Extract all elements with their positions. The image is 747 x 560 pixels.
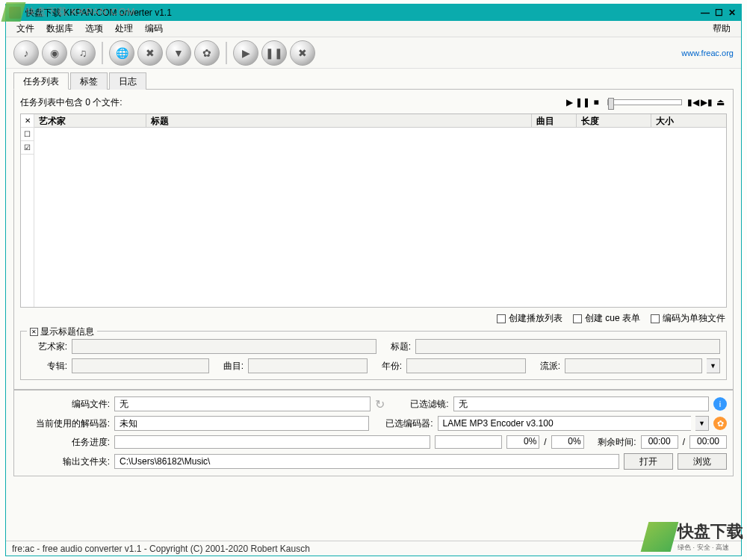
year-input[interactable] [406,358,526,373]
toolbar-separator [226,42,227,64]
encode-file-value: 无 [114,396,371,411]
output-folder-input[interactable] [114,454,619,469]
filter-button[interactable]: ▼ [166,40,191,66]
encoder-select[interactable]: LAME MP3 Encoder v3.100 [438,416,692,431]
encode-file-label: 编码文件: [20,398,110,411]
joblist-panel: 任务列表中包含 0 个文件: ▶ ❚❚ ■ ▮◀ ▶▮ ⏏ ✕ ☐ ☑ 艺术家 [13,90,734,390]
time-2: 00:00 [689,435,727,449]
menu-help[interactable]: 帮助 [707,21,737,37]
menu-database[interactable]: 数据库 [40,21,79,37]
watermark-logo-icon [641,522,679,552]
menu-encode[interactable]: 编码 [139,21,169,37]
col-artist[interactable]: 艺术家 [34,114,146,127]
decoder-label: 当前使用的解码器: [20,417,110,430]
add-cd-button[interactable]: ◉ [42,40,67,66]
watermark-bottom-right: 快盘下载 绿色 · 安全 · 高速 [645,520,743,553]
col-length[interactable]: 长度 [577,114,651,127]
tab-log[interactable]: 日志 [109,72,146,90]
artist-label: 艺术家: [27,340,67,353]
stop-button[interactable]: ✖ [290,40,315,66]
create-cue-checkbox[interactable]: 创建 cue 表单 [573,312,640,325]
add-files-button[interactable]: ♪ [13,40,39,66]
table-body-empty[interactable] [34,128,726,307]
time-1: 00:00 [641,435,678,449]
tab-strip: 任务列表 标签 日志 [13,72,734,90]
config-button[interactable]: ✿ [194,40,220,66]
content-area: 任务列表 标签 日志 任务列表中包含 0 个文件: ▶ ❚❚ ■ ▮◀ ▶▮ ⏏… [6,69,741,541]
album-input[interactable] [72,358,209,373]
encoder-panel: 编码文件: 无 ↻ 已选滤镜: 无 i 当前使用的解码器: 未知 已选编码器: … [13,390,734,476]
percent-1: 0% [506,435,539,449]
percent-2: 0% [551,435,584,449]
watermark-text: 快盘下载 KKPAN.COM [26,5,136,19]
toolbar-separator [102,42,103,64]
watermark-top-left: 快盘下载 KKPAN.COM [4,2,136,22]
menu-options[interactable]: 选项 [79,21,109,37]
play-button[interactable]: ▶ [233,40,258,66]
pause-button[interactable]: ❚❚ [261,40,287,66]
remove-all-icon[interactable]: ✕ [21,114,34,128]
tab-tags[interactable]: 标签 [70,72,108,90]
decoder-value: 未知 [114,416,369,431]
track-label: 曲目: [214,360,244,373]
uncheck-all-icon[interactable]: ☐ [21,128,34,141]
repeat-icon[interactable]: ↻ [375,397,385,411]
progress-label: 任务进度: [20,436,110,449]
table-check-column: ✕ ☐ ☑ [21,114,34,307]
title-label: 标题: [381,340,411,353]
joblist-count-label: 任务列表中包含 0 个文件: [20,96,562,109]
menu-file[interactable]: 文件 [10,21,40,37]
mini-play-icon[interactable]: ▶ [564,97,574,108]
encode-single-checkbox[interactable]: 编码为单独文件 [651,312,725,325]
filters-label: 已选滤镜: [389,398,449,411]
statusbar: fre:ac - free audio converter v1.1 - Cop… [6,541,741,556]
artist-input[interactable] [72,339,376,354]
watermark-main-text: 快盘下载 [678,520,743,543]
info-icon[interactable]: i [713,397,727,411]
browse-button[interactable]: 浏览 [678,453,727,470]
joblist-table: ✕ ☐ ☑ 艺术家 标题 曲目 长度 大小 [20,113,727,308]
menubar: 文件 数据库 选项 处理 编码 帮助 [6,21,741,37]
encoder-label: 已选编码器: [374,417,433,430]
maximize-button[interactable]: ☐ [713,7,725,18]
open-button[interactable]: 打开 [624,453,673,470]
watermark-logo-icon [1,2,26,22]
genre-label: 流派: [530,360,560,373]
close-button[interactable]: ✕ [726,7,738,18]
options-row: 创建播放列表 创建 cue 表单 编码为单独文件 [20,308,727,329]
mini-pause-icon[interactable]: ❚❚ [577,97,588,108]
year-label: 年份: [372,360,402,373]
main-window: 快盘下载 KKPAN.COM onverter v1.1 — ☐ ✕ 文件 数据… [5,4,742,556]
col-title[interactable]: 标题 [146,114,532,127]
encoder-dropdown-arrow[interactable]: ▼ [695,416,709,431]
minimize-button[interactable]: — [699,7,711,18]
tab-joblist[interactable]: 任务列表 [13,72,69,90]
col-size[interactable]: 大小 [651,114,726,127]
check-all-icon[interactable]: ☑ [21,141,34,155]
output-folder-label: 输出文件夹: [20,455,110,468]
settings-button[interactable]: ✖ [137,40,163,66]
filters-value: 无 [453,396,710,411]
track-input[interactable] [248,358,368,373]
mini-stop-icon[interactable]: ■ [591,97,601,108]
homepage-link[interactable]: www.freac.org [681,49,734,57]
mini-prev-icon[interactable]: ▮◀ [688,97,698,108]
cddb-button[interactable]: 🌐 [109,40,134,66]
gear-icon[interactable]: ✿ [713,417,727,430]
mini-next-icon[interactable]: ▶▮ [701,97,712,108]
create-playlist-checkbox[interactable]: 创建播放列表 [497,312,562,325]
title-input[interactable] [415,339,720,354]
genre-input[interactable] [565,358,702,373]
col-track[interactable]: 曲目 [532,114,577,127]
progress-bar-1 [114,435,430,449]
mini-eject-icon[interactable]: ⏏ [715,97,725,108]
watermark-sub-text: 绿色 · 安全 · 高速 [678,543,743,553]
menu-process[interactable]: 处理 [109,21,139,37]
mini-seek-slider[interactable] [607,99,682,105]
remaining-label: 剩余时间: [589,436,636,449]
genre-dropdown-arrow[interactable]: ▼ [707,358,720,373]
remove-button[interactable]: ♫ [70,40,96,66]
tag-group-title[interactable]: ✕显示标题信息 [27,326,97,338]
progress-bar-2 [435,435,502,449]
album-label: 专辑: [27,360,67,373]
